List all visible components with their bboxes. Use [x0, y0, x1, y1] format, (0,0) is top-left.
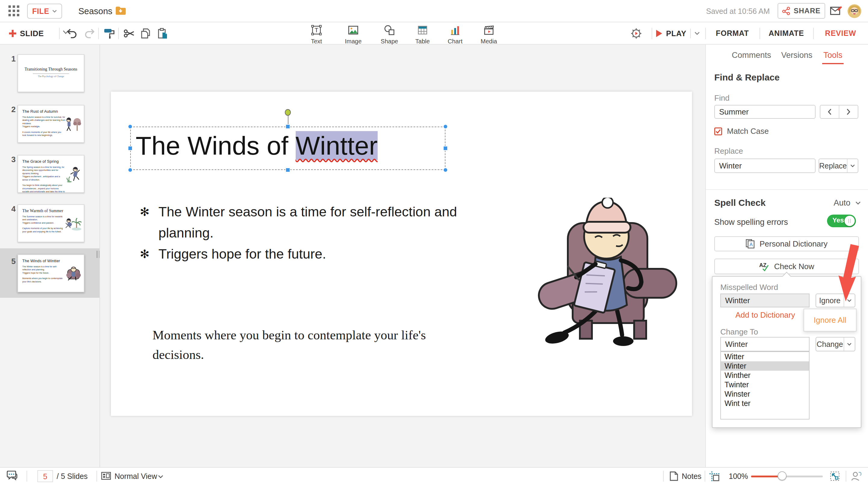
tab-comments[interactable]: Comments [732, 51, 771, 60]
slide-thumbnail-1[interactable]: Transitioning Through Seasons The Psycho… [18, 54, 84, 92]
resize-handle-e[interactable] [443, 146, 448, 151]
suggestion-item[interactable]: Winther [721, 371, 809, 380]
slide-thumbnail-3[interactable]: The Grace of Spring The Spring season is… [18, 155, 84, 193]
slide-bullet-list[interactable]: ✻The Winter season is a time for self-re… [140, 201, 507, 265]
replace-input[interactable] [714, 158, 815, 173]
change-button[interactable]: Change [816, 337, 844, 351]
resize-handle-s[interactable] [285, 168, 290, 172]
resize-handle-ne[interactable] [443, 124, 448, 129]
media-tool-label: Media [475, 38, 503, 45]
chevron-down-icon [847, 299, 852, 302]
find-input[interactable] [714, 105, 815, 119]
copy-icon[interactable] [140, 28, 151, 39]
rotation-handle[interactable] [285, 109, 291, 116]
ignore-menu-chevron[interactable] [844, 294, 855, 307]
ignore-dropdown-menu: Ignore All [804, 309, 857, 332]
slide-thumbnail-2[interactable]: The Rust of Autumn The Autumn season is … [18, 105, 84, 143]
match-case-checkbox[interactable]: Match Case [714, 127, 769, 136]
resize-handle-nw[interactable] [128, 124, 133, 129]
save-status: Saved at 10:56 AM [706, 0, 770, 22]
zoom-slider-knob[interactable] [778, 471, 786, 480]
ignore-button[interactable]: Ignore [816, 294, 844, 307]
new-slide-label: SLIDE [20, 29, 44, 38]
ignore-all-option[interactable]: Ignore All [814, 315, 846, 325]
chevron-left-icon [828, 109, 832, 115]
image-tool-icon [348, 25, 359, 36]
redo-icon[interactable] [84, 28, 95, 39]
suggestion-item[interactable]: Winster [721, 389, 809, 399]
add-to-dictionary-link[interactable]: Add to Dictionary [712, 310, 818, 320]
slide-thumbnail-panel: 1 Transitioning Through Seasons The Psyc… [0, 44, 100, 467]
change-button-group: Change [815, 337, 855, 352]
format-painter-icon[interactable] [104, 28, 115, 39]
insert-table-tool[interactable]: Table [409, 25, 436, 45]
comment-icon[interactable] [6, 471, 19, 482]
share-button[interactable]: SHARE [778, 3, 825, 19]
slide-thumbnail-4[interactable]: The Warmth of Summer The Summer season i… [18, 204, 84, 242]
cut-icon[interactable] [124, 28, 135, 39]
resize-handle-w[interactable] [128, 146, 133, 151]
tab-format[interactable]: FORMAT [705, 22, 760, 44]
tab-review[interactable]: REVIEW [813, 22, 868, 44]
tab-tools[interactable]: Tools [824, 51, 842, 60]
apps-grid-icon[interactable] [8, 5, 19, 16]
personal-dictionary-button[interactable]: A Personal Dictionary [714, 236, 859, 251]
slide-paragraph[interactable]: Moments where you begin to contemplate y… [153, 326, 457, 364]
paste-icon[interactable] [157, 28, 168, 39]
feedback-icon[interactable] [830, 5, 843, 16]
suggestion-item[interactable]: Twinter [721, 380, 809, 389]
thumb-title: The Warmth of Summer [22, 209, 63, 213]
change-to-field[interactable] [720, 337, 809, 352]
suggestion-item-selected[interactable]: Winter [721, 361, 809, 371]
view-mode-selector[interactable]: Normal View [115, 468, 157, 484]
fit-to-slide-icon[interactable] [710, 471, 720, 482]
current-slide-box[interactable]: 5 [37, 470, 53, 482]
replace-button[interactable]: Replace [819, 159, 847, 172]
change-to-label: Change To [720, 327, 758, 337]
notes-button[interactable]: Notes [682, 468, 701, 484]
slide-number: 4 [5, 204, 16, 214]
show-spelling-errors-toggle[interactable]: Yes [827, 215, 856, 227]
zoom-slider-track[interactable] [751, 476, 823, 477]
shape-tool-icon [384, 25, 395, 36]
resize-handle-n[interactable] [285, 124, 290, 129]
insert-chart-tool[interactable]: Chart [441, 25, 469, 45]
undo-icon[interactable] [66, 28, 78, 39]
slideshow-settings-gear-icon[interactable] [630, 28, 642, 39]
slide-thumbnail-5[interactable]: The Winds of Wintter The Winter season i… [18, 254, 84, 292]
slide-canvas[interactable]: The Winds of Wintter ✻The Winter season … [111, 92, 692, 416]
suggestion-item[interactable]: Wint ter [721, 399, 809, 408]
find-previous-button[interactable] [820, 105, 839, 118]
insert-image-tool[interactable]: Image [339, 25, 367, 45]
misspelled-word-highlight[interactable]: Wintter [296, 131, 378, 160]
fit-selection-icon[interactable] [830, 471, 840, 481]
chevron-down-icon[interactable] [158, 475, 163, 479]
spell-check-mode-select[interactable]: Auto [834, 198, 861, 208]
winter-character-illustration[interactable] [533, 198, 680, 358]
change-menu-chevron[interactable] [844, 337, 855, 351]
file-menu-button[interactable]: FILE [27, 4, 62, 19]
folder-icon[interactable] [115, 6, 126, 16]
suggestion-item[interactable]: Witter [721, 352, 809, 361]
replace-menu-chevron[interactable] [847, 159, 858, 172]
new-slide-button[interactable]: SLIDE [8, 22, 44, 44]
insert-text-tool[interactable]: T Text [303, 25, 330, 45]
title-textbox[interactable]: The Winds of Wintter [130, 127, 445, 170]
collaborators-icon[interactable] [850, 471, 862, 482]
ignore-button-group: Ignore [815, 294, 855, 307]
find-next-button[interactable] [839, 105, 858, 118]
document-title[interactable]: Seasons [79, 0, 113, 22]
resize-handle-se[interactable] [443, 168, 448, 172]
insert-media-tool[interactable]: Media [475, 25, 503, 45]
resize-handle-sw[interactable] [128, 168, 133, 172]
play-button[interactable]: PLAY [656, 22, 700, 44]
insert-shape-tool[interactable]: Shape [375, 25, 403, 45]
panel-resize-grip[interactable] [96, 251, 100, 258]
user-avatar[interactable] [847, 4, 861, 18]
slide-title-text[interactable]: The Winds of Wintter [135, 131, 378, 161]
tab-versions[interactable]: Versions [781, 51, 812, 60]
tab-animate[interactable]: ANIMATE [760, 22, 813, 44]
text-tool-icon: T [311, 25, 322, 36]
misspelled-word-field[interactable] [720, 294, 809, 307]
play-label: PLAY [666, 29, 687, 38]
